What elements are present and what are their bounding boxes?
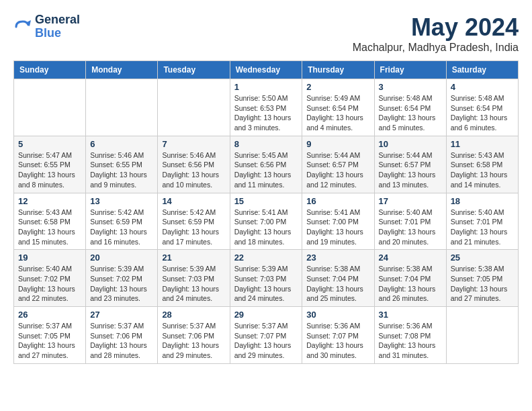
day-number: 22 xyxy=(234,253,298,263)
calendar-cell: 10Sunrise: 5:44 AM Sunset: 6:57 PM Dayli… xyxy=(374,136,446,193)
day-number: 3 xyxy=(379,82,442,92)
day-info: Sunrise: 5:44 AM Sunset: 6:57 PM Dayligh… xyxy=(379,150,442,190)
header-sunday: Sunday xyxy=(14,61,86,79)
day-number: 8 xyxy=(234,139,298,149)
logo-general: General xyxy=(35,13,80,27)
calendar-cell: 16Sunrise: 5:41 AM Sunset: 7:00 PM Dayli… xyxy=(302,193,374,250)
calendar-cell: 7Sunrise: 5:46 AM Sunset: 6:56 PM Daylig… xyxy=(158,136,230,193)
day-number: 18 xyxy=(451,196,514,206)
calendar-cell xyxy=(14,79,86,136)
day-info: Sunrise: 5:36 AM Sunset: 7:07 PM Dayligh… xyxy=(306,321,369,361)
day-info: Sunrise: 5:38 AM Sunset: 7:04 PM Dayligh… xyxy=(306,264,369,304)
calendar-cell: 8Sunrise: 5:45 AM Sunset: 6:56 PM Daylig… xyxy=(230,136,302,193)
day-number: 28 xyxy=(162,310,225,320)
calendar-cell: 19Sunrise: 5:40 AM Sunset: 7:02 PM Dayli… xyxy=(14,250,86,307)
day-info: Sunrise: 5:41 AM Sunset: 7:00 PM Dayligh… xyxy=(306,208,369,247)
calendar-header: SundayMondayTuesdayWednesdayThursdayFrid… xyxy=(14,61,519,79)
header-row: SundayMondayTuesdayWednesdayThursdayFrid… xyxy=(14,61,519,79)
day-info: Sunrise: 5:43 AM Sunset: 6:58 PM Dayligh… xyxy=(18,208,81,247)
day-number: 2 xyxy=(306,82,369,92)
calendar-cell: 15Sunrise: 5:41 AM Sunset: 7:00 PM Dayli… xyxy=(230,193,302,250)
calendar-cell: 12Sunrise: 5:43 AM Sunset: 6:58 PM Dayli… xyxy=(14,193,86,250)
day-number: 15 xyxy=(234,196,298,206)
calendar-cell: 5Sunrise: 5:47 AM Sunset: 6:55 PM Daylig… xyxy=(14,136,86,193)
calendar-cell: 28Sunrise: 5:37 AM Sunset: 7:06 PM Dayli… xyxy=(158,307,230,364)
calendar-cell: 2Sunrise: 5:49 AM Sunset: 6:54 PM Daylig… xyxy=(302,79,374,136)
main-title: May 2024 xyxy=(353,13,519,42)
day-info: Sunrise: 5:41 AM Sunset: 7:00 PM Dayligh… xyxy=(234,208,298,247)
calendar-cell: 24Sunrise: 5:38 AM Sunset: 7:04 PM Dayli… xyxy=(374,250,446,307)
day-info: Sunrise: 5:50 AM Sunset: 6:53 PM Dayligh… xyxy=(234,93,298,133)
day-number: 4 xyxy=(451,82,514,92)
day-info: Sunrise: 5:37 AM Sunset: 7:05 PM Dayligh… xyxy=(18,321,81,361)
day-info: Sunrise: 5:37 AM Sunset: 7:06 PM Dayligh… xyxy=(162,321,225,361)
calendar-cell xyxy=(446,307,518,364)
calendar-cell: 21Sunrise: 5:39 AM Sunset: 7:03 PM Dayli… xyxy=(158,250,230,307)
day-number: 24 xyxy=(379,253,442,263)
day-number: 11 xyxy=(451,139,514,149)
calendar-cell: 17Sunrise: 5:40 AM Sunset: 7:01 PM Dayli… xyxy=(374,193,446,250)
header-saturday: Saturday xyxy=(446,61,518,79)
calendar-body: 1Sunrise: 5:50 AM Sunset: 6:53 PM Daylig… xyxy=(14,79,519,364)
day-info: Sunrise: 5:38 AM Sunset: 7:05 PM Dayligh… xyxy=(451,264,514,304)
day-info: Sunrise: 5:47 AM Sunset: 6:55 PM Dayligh… xyxy=(18,150,81,190)
day-number: 6 xyxy=(90,139,153,149)
logo-icon xyxy=(13,17,32,36)
calendar-cell: 18Sunrise: 5:40 AM Sunset: 7:01 PM Dayli… xyxy=(446,193,518,250)
calendar-cell: 29Sunrise: 5:37 AM Sunset: 7:07 PM Dayli… xyxy=(230,307,302,364)
day-info: Sunrise: 5:42 AM Sunset: 6:59 PM Dayligh… xyxy=(162,208,225,247)
calendar-cell: 4Sunrise: 5:48 AM Sunset: 6:54 PM Daylig… xyxy=(446,79,518,136)
calendar-cell: 9Sunrise: 5:44 AM Sunset: 6:57 PM Daylig… xyxy=(302,136,374,193)
day-info: Sunrise: 5:42 AM Sunset: 6:59 PM Dayligh… xyxy=(90,208,153,247)
day-number: 5 xyxy=(18,139,81,149)
calendar-cell: 25Sunrise: 5:38 AM Sunset: 7:05 PM Dayli… xyxy=(446,250,518,307)
calendar-cell xyxy=(158,79,230,136)
day-info: Sunrise: 5:39 AM Sunset: 7:03 PM Dayligh… xyxy=(234,264,298,304)
day-number: 20 xyxy=(90,253,153,263)
logo: General Blue xyxy=(13,13,80,40)
day-number: 17 xyxy=(379,196,442,206)
day-info: Sunrise: 5:48 AM Sunset: 6:54 PM Dayligh… xyxy=(379,93,442,133)
day-number: 9 xyxy=(306,139,369,149)
calendar-cell: 26Sunrise: 5:37 AM Sunset: 7:05 PM Dayli… xyxy=(14,307,86,364)
day-info: Sunrise: 5:46 AM Sunset: 6:56 PM Dayligh… xyxy=(162,150,225,190)
header-tuesday: Tuesday xyxy=(158,61,230,79)
title-block: May 2024 Machalpur, Madhya Pradesh, Indi… xyxy=(353,13,519,54)
calendar-cell: 6Sunrise: 5:46 AM Sunset: 6:55 PM Daylig… xyxy=(86,136,158,193)
day-number: 29 xyxy=(234,310,298,320)
calendar-cell: 22Sunrise: 5:39 AM Sunset: 7:03 PM Dayli… xyxy=(230,250,302,307)
day-info: Sunrise: 5:40 AM Sunset: 7:01 PM Dayligh… xyxy=(451,208,514,247)
header-monday: Monday xyxy=(86,61,158,79)
day-info: Sunrise: 5:45 AM Sunset: 6:56 PM Dayligh… xyxy=(234,150,298,190)
calendar-cell: 31Sunrise: 5:36 AM Sunset: 7:08 PM Dayli… xyxy=(374,307,446,364)
day-number: 27 xyxy=(90,310,153,320)
day-info: Sunrise: 5:40 AM Sunset: 7:02 PM Dayligh… xyxy=(18,264,81,304)
day-info: Sunrise: 5:39 AM Sunset: 7:02 PM Dayligh… xyxy=(90,264,153,304)
day-info: Sunrise: 5:49 AM Sunset: 6:54 PM Dayligh… xyxy=(306,93,369,133)
calendar-cell: 11Sunrise: 5:43 AM Sunset: 6:58 PM Dayli… xyxy=(446,136,518,193)
day-number: 31 xyxy=(379,310,442,320)
calendar-cell: 14Sunrise: 5:42 AM Sunset: 6:59 PM Dayli… xyxy=(158,193,230,250)
week-row-3: 19Sunrise: 5:40 AM Sunset: 7:02 PM Dayli… xyxy=(14,250,519,307)
day-number: 21 xyxy=(162,253,225,263)
day-number: 14 xyxy=(162,196,225,206)
calendar-cell xyxy=(86,79,158,136)
calendar-cell: 30Sunrise: 5:36 AM Sunset: 7:07 PM Dayli… xyxy=(302,307,374,364)
day-number: 25 xyxy=(451,253,514,263)
calendar-cell: 1Sunrise: 5:50 AM Sunset: 6:53 PM Daylig… xyxy=(230,79,302,136)
day-number: 16 xyxy=(306,196,369,206)
header-wednesday: Wednesday xyxy=(230,61,302,79)
logo-text: General Blue xyxy=(35,13,80,40)
page-header: General Blue May 2024 Machalpur, Madhya … xyxy=(13,13,519,54)
day-number: 19 xyxy=(18,253,81,263)
day-info: Sunrise: 5:36 AM Sunset: 7:08 PM Dayligh… xyxy=(379,321,442,361)
day-info: Sunrise: 5:40 AM Sunset: 7:01 PM Dayligh… xyxy=(379,208,442,247)
day-info: Sunrise: 5:39 AM Sunset: 7:03 PM Dayligh… xyxy=(162,264,225,304)
calendar-cell: 23Sunrise: 5:38 AM Sunset: 7:04 PM Dayli… xyxy=(302,250,374,307)
day-number: 30 xyxy=(306,310,369,320)
week-row-0: 1Sunrise: 5:50 AM Sunset: 6:53 PM Daylig… xyxy=(14,79,519,136)
day-info: Sunrise: 5:48 AM Sunset: 6:54 PM Dayligh… xyxy=(451,93,514,133)
day-number: 23 xyxy=(306,253,369,263)
week-row-2: 12Sunrise: 5:43 AM Sunset: 6:58 PM Dayli… xyxy=(14,193,519,250)
header-friday: Friday xyxy=(374,61,446,79)
